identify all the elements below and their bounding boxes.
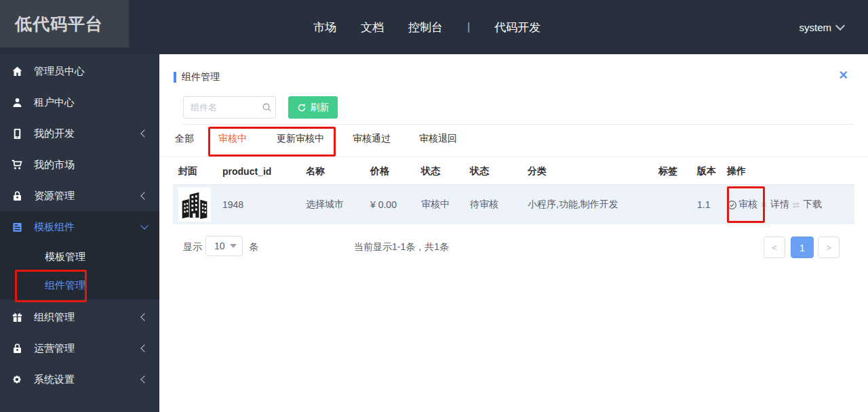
page-size-unit: 条 xyxy=(249,241,258,253)
close-icon[interactable]: × xyxy=(839,68,848,83)
nav-item-code-dev[interactable]: 代码开发 xyxy=(494,20,540,35)
nav-item-console[interactable]: 控制台 xyxy=(408,20,443,35)
cart-icon xyxy=(11,159,23,171)
pagination-next-button[interactable]: > xyxy=(818,236,840,258)
top-nav: 市场 文档 控制台 | 代码开发 xyxy=(313,0,540,54)
divider xyxy=(183,124,854,125)
audit-action-label: 审核 xyxy=(738,199,757,211)
col-header-version: 版本 xyxy=(692,157,722,185)
nav-item-market[interactable]: 市场 xyxy=(313,20,336,35)
user-name: system xyxy=(799,22,831,33)
sidebar-item-operations-mgmt[interactable]: 运营管理 xyxy=(0,333,159,364)
col-header-status2: 状态 xyxy=(465,157,522,185)
sidebar-item-label: 运营管理 xyxy=(34,342,142,355)
col-header-tags: 标签 xyxy=(653,157,692,185)
search-input[interactable] xyxy=(184,102,258,112)
chevron-left-icon xyxy=(140,192,148,199)
detail-icon xyxy=(760,201,770,209)
nav-item-docs[interactable]: 文档 xyxy=(361,20,384,35)
chevron-left-icon xyxy=(140,344,148,352)
cell-name: 选择城市 xyxy=(300,185,365,225)
col-header-name: 名称 xyxy=(300,157,365,185)
check-circle-icon xyxy=(727,200,738,210)
tab-under-review[interactable]: 审核中 xyxy=(218,133,247,145)
refresh-icon xyxy=(297,103,307,112)
user-menu[interactable]: system xyxy=(799,0,844,54)
sidebar-item-label: 模板组件 xyxy=(34,221,142,234)
nav-divider: | xyxy=(467,21,470,33)
refresh-button[interactable]: 刷新 xyxy=(288,96,338,119)
chevron-left-icon xyxy=(140,129,148,137)
table-row: 1948 选择城市 ¥ 0.00 审核中 待审核 小程序,功能,制作开发 1.1… xyxy=(173,185,854,225)
sidebar-item-resource-mgmt[interactable]: 资源管理 xyxy=(0,180,159,211)
top-header: 低代码平台 市场 文档 控制台 | 代码开发 system xyxy=(0,0,868,54)
sidebar-item-org-mgmt[interactable]: 组织管理 xyxy=(0,302,159,333)
chevron-left-icon xyxy=(140,375,148,383)
col-header-category: 分类 xyxy=(522,157,653,185)
brand-logo-text: 低代码平台 xyxy=(15,13,103,35)
cell-price: ¥ 0.00 xyxy=(365,185,416,225)
sidebar-item-label: 资源管理 xyxy=(34,190,142,203)
page-title: 组件管理 xyxy=(182,71,220,83)
detail-action-label: 详情 xyxy=(770,199,789,211)
sidebar: 管理员中心 租户中心 我的开发 我的市场 资源管理 模板组件 模板管理 组件管理… xyxy=(0,54,159,412)
refresh-button-label: 刷新 xyxy=(311,102,330,114)
cell-cover xyxy=(173,185,217,225)
sidebar-item-label: 租户中心 xyxy=(34,96,147,109)
sidebar-item-my-market[interactable]: 我的市场 xyxy=(0,149,159,180)
gear-icon xyxy=(11,373,23,386)
chevron-left-icon xyxy=(140,313,148,321)
page-size-label: 显示 xyxy=(183,241,202,253)
tab-all[interactable]: 全部 xyxy=(175,133,194,145)
cover-thumbnail[interactable] xyxy=(178,188,211,222)
col-header-status1: 状态 xyxy=(416,157,465,185)
download-action-label: 下载 xyxy=(803,199,822,211)
sidebar-subitem-component-mgmt[interactable]: 组件管理 xyxy=(0,271,159,300)
col-header-actions: 操作 xyxy=(722,157,854,185)
tab-approved[interactable]: 审核通过 xyxy=(353,133,391,145)
tab-update-under-review[interactable]: 更新审核中 xyxy=(277,133,324,145)
sidebar-item-label: 管理员中心 xyxy=(34,65,147,78)
user-icon xyxy=(11,96,23,108)
sidebar-item-admin-center[interactable]: 管理员中心 xyxy=(0,56,159,87)
cell-status2: 待审核 xyxy=(465,185,522,225)
download-action[interactable]: 下载 xyxy=(791,199,822,211)
cell-category: 小程序,功能,制作开发 xyxy=(522,185,653,225)
lock-icon xyxy=(11,342,23,354)
sidebar-item-label: 我的开发 xyxy=(34,127,142,140)
col-header-product-id: product_id xyxy=(217,157,300,185)
sidebar-item-system-settings[interactable]: 系统设置 xyxy=(0,364,159,395)
sidebar-item-label: 我的市场 xyxy=(34,159,147,171)
pagination-prev-button[interactable]: < xyxy=(764,236,785,258)
cell-status1: 审核中 xyxy=(416,185,465,225)
caret-down-icon xyxy=(230,244,237,248)
template-icon xyxy=(11,221,23,233)
sidebar-item-label: 系统设置 xyxy=(34,373,142,386)
title-accent-bar xyxy=(174,72,176,83)
download-icon xyxy=(791,200,802,209)
sidebar-group-template-components: 模板组件 模板管理 组件管理 xyxy=(0,211,159,300)
cell-version: 1.1 xyxy=(692,185,722,225)
components-table: 封面 product_id 名称 价格 状态 状态 分类 标签 版本 操作 19… xyxy=(173,157,854,224)
lock-icon xyxy=(11,190,23,202)
pagination-page-1-button[interactable]: 1 xyxy=(791,236,814,258)
detail-action[interactable]: 详情 xyxy=(759,199,789,211)
tab-rejected[interactable]: 审核退回 xyxy=(419,133,457,145)
sidebar-item-tenant-center[interactable]: 租户中心 xyxy=(0,87,159,118)
search-icon[interactable] xyxy=(258,102,275,112)
pagination-summary: 当前显示1-1条，共1条 xyxy=(354,241,449,253)
col-header-cover: 封面 xyxy=(173,157,217,185)
buildings-image xyxy=(180,189,210,220)
mobile-icon xyxy=(11,127,23,140)
chevron-down-icon xyxy=(835,21,845,30)
page-size-select[interactable]: 10 xyxy=(205,236,243,256)
sidebar-item-template-components[interactable]: 模板组件 xyxy=(0,211,159,243)
main-panel: 组件管理 × 刷新 全部 审核中 更新审核中 审核通过 审核退回 封面 prod… xyxy=(159,54,868,412)
audit-action[interactable]: 审核 xyxy=(727,199,757,211)
gift-icon xyxy=(11,311,23,323)
brand-logo[interactable]: 低代码平台 xyxy=(0,0,129,47)
sidebar-item-my-dev[interactable]: 我的开发 xyxy=(0,118,159,149)
sidebar-subitem-template-mgmt[interactable]: 模板管理 xyxy=(0,243,159,271)
page-size-value: 10 xyxy=(214,241,225,251)
cell-product-id: 1948 xyxy=(217,185,300,225)
